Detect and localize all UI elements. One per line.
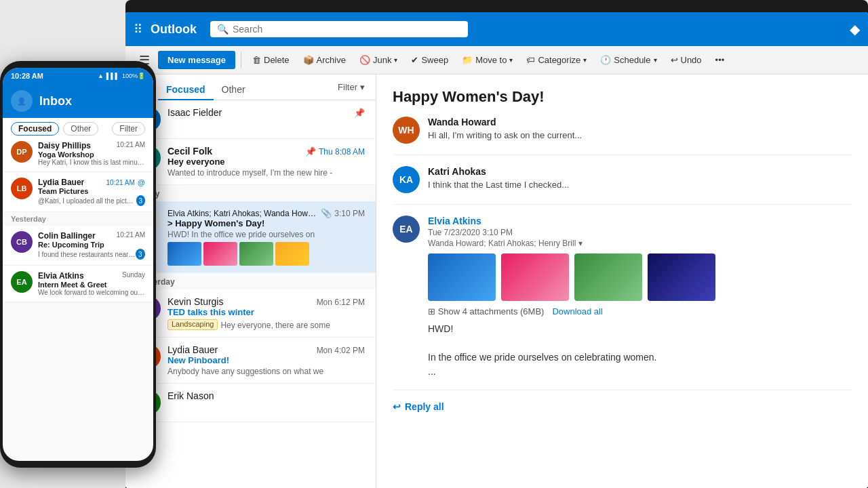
attachment-thumb-3 xyxy=(574,253,642,301)
phone-tab-focused[interactable]: Focused xyxy=(11,122,59,136)
schedule-button[interactable]: 🕐 Schedule ▾ xyxy=(595,52,662,68)
email-item-cecil[interactable]: CF Cecil Folk 📌 Thu 8:08 AM Hey everyone… xyxy=(125,139,376,185)
detail-date-elvia: Tue 7/23/2020 3:10 PM xyxy=(428,228,852,237)
phone-sender-lydia: Lydia Bauer xyxy=(38,178,84,187)
email-item-elvia[interactable]: EA Elvia Atkins; Katri Ahokas; Wanda How… xyxy=(125,201,376,273)
phone-email-daisy[interactable]: DP Daisy Phillips 10:21 AM Yoga Workshop… xyxy=(3,136,153,172)
categorize-button[interactable]: 🏷 Categorize ▾ xyxy=(521,52,592,68)
laptop-frame: ⠿ Outlook 🔍 ◆ ☰ New message 🗑 Delete 📦 A… xyxy=(125,0,868,488)
phone-avatar-lydia: LB xyxy=(11,178,33,199)
detail-name-katri: Katri Ahokas xyxy=(428,166,852,177)
email-subject-cecil: Hey everyone xyxy=(167,157,365,167)
phone-content-elvia: Elvia Atkins Sunday Intern Meet & Greet … xyxy=(38,271,145,296)
phone-content-colin: Colin Ballinger 10:21 AM Re: Upcoming Tr… xyxy=(38,231,145,260)
detail-body: HWD! In the office we pride ourselves on… xyxy=(428,322,852,379)
signal-icon: ▌▌▌ xyxy=(106,73,119,79)
delete-icon: 🗑 xyxy=(252,55,261,65)
laptop-screen: ⠿ Outlook 🔍 ◆ ☰ New message 🗑 Delete 📦 A… xyxy=(125,12,868,488)
search-bar[interactable]: 🔍 xyxy=(210,21,468,37)
thread-item-katri: KA Katri Ahokas I think that the Last ti… xyxy=(393,166,852,205)
diamond-icon[interactable]: ◆ xyxy=(850,21,860,37)
sweep-button[interactable]: ✔ Sweep xyxy=(406,52,454,68)
email-sender-erik: Erik Nason xyxy=(167,390,214,401)
archive-button[interactable]: 📦 Archive xyxy=(298,52,351,68)
junk-button[interactable]: 🚫 Junk ▾ xyxy=(354,52,403,68)
email-content-elvia: Elvia Atkins; Katri Ahokas; Wanda Howard… xyxy=(167,208,365,266)
show-attachments-label[interactable]: ⊞ Show 4 attachments (6MB) xyxy=(428,306,544,317)
phone-badge-colin: 3 xyxy=(136,249,146,260)
phone-content-lydia: Lydia Bauer 10:21 AM @ Team Pictures @Ka… xyxy=(38,178,145,206)
reply-all-button[interactable]: ↩ Reply all xyxy=(393,401,852,412)
schedule-icon: 🕐 xyxy=(600,55,611,65)
detail-preview-katri: I think that the Last time I checked... xyxy=(428,180,852,190)
tab-other[interactable]: Other xyxy=(214,80,254,100)
email-preview-lydia-b: Anybody have any suggestions on what we xyxy=(167,367,365,376)
archive-icon: 📦 xyxy=(303,55,314,65)
app-title: Outlook xyxy=(151,22,197,37)
detail-avatar-elvia: EA xyxy=(393,216,420,243)
email-item-lydia-b[interactable]: LB Lydia Bauer Mon 4:02 PM New Pinboard!… xyxy=(125,338,376,384)
phone-time-elvia-phone: Sunday xyxy=(122,271,145,281)
email-item-isaac[interactable]: IF Isaac Fielder 📌 xyxy=(125,100,376,139)
email-preview-elvia: HWD! In the office we pride ourselves on xyxy=(167,230,365,239)
phone-subject-colin: Re: Upcoming Trip xyxy=(38,241,145,249)
body-line1: HWD! xyxy=(428,322,852,336)
wifi-icon: ▲ xyxy=(98,73,104,79)
detail-avatar-katri: KA xyxy=(393,166,420,193)
phone-email-lydia[interactable]: LB Lydia Bauer 10:21 AM @ Team Pictures … xyxy=(3,172,153,212)
new-message-button[interactable]: New message xyxy=(158,51,235,69)
more-button[interactable]: ••• xyxy=(710,52,730,68)
filter-button[interactable]: Filter ▾ xyxy=(338,82,365,98)
undo-button[interactable]: ↩ Undo xyxy=(665,52,707,68)
phone-subject-daisy: Yoga Workshop xyxy=(38,150,145,159)
delete-button[interactable]: 🗑 Delete xyxy=(247,52,295,68)
phone-at-icon-lydia: @ xyxy=(138,178,145,186)
move-to-button[interactable]: 📁 Move to ▾ xyxy=(456,52,518,68)
pin-icon-isaac: 📌 xyxy=(354,108,365,118)
email-sender-cecil: Cecil Folk xyxy=(167,146,212,157)
phone-sender-colin: Colin Ballinger xyxy=(38,231,96,241)
phone-frame: 10:28 AM ▲ ▌▌▌ 100%🔋 👤 Inbox Focused Oth… xyxy=(0,61,156,468)
phone-sender-daisy: Daisy Phillips xyxy=(38,141,91,150)
phone-preview-lydia: @Katri, I uploaded all the pictures fro.… xyxy=(38,197,136,205)
toolbar-separator xyxy=(241,52,241,68)
phone-filter-button[interactable]: Filter xyxy=(112,122,145,136)
phone-screen: 10:28 AM ▲ ▌▌▌ 100%🔋 👤 Inbox Focused Oth… xyxy=(3,68,153,461)
detail-info-elvia: Elvia Atkins Tue 7/23/2020 3:10 PM Wanda… xyxy=(428,216,852,379)
inbox-tabs: Focused Other Filter ▾ xyxy=(125,75,376,100)
phone-sender-elvia-phone: Elvia Atkins xyxy=(38,271,84,281)
phone-email-elvia[interactable]: EA Elvia Atkins Sunday Intern Meet & Gre… xyxy=(3,266,153,302)
attachment-icon-elvia: 📎 xyxy=(321,208,332,218)
phone-email-colin[interactable]: CB Colin Ballinger 10:21 AM Re: Upcoming… xyxy=(3,226,153,266)
email-time-lydia-b: Mon 4:02 PM xyxy=(317,346,365,355)
phone-time: 10:28 AM xyxy=(11,72,43,80)
phone-tab-other[interactable]: Other xyxy=(63,122,98,136)
expand-recipients-icon[interactable]: ▾ xyxy=(578,239,583,248)
phone-user-avatar[interactable]: 👤 xyxy=(11,90,33,112)
tab-focused[interactable]: Focused xyxy=(158,80,214,100)
phone-inbox-title: Inbox xyxy=(39,94,72,108)
main-layout: Focused Other Filter ▾ IF Isaac Fielder xyxy=(125,75,868,488)
categorize-icon: 🏷 xyxy=(526,55,535,65)
tag-landscaping: Landscaping xyxy=(167,319,218,330)
email-sender-lydia-b: Lydia Bauer xyxy=(167,344,218,355)
download-all-link[interactable]: Download all xyxy=(552,306,602,317)
thumb-2 xyxy=(203,242,237,266)
section-yesterday: Yesterday xyxy=(125,273,376,289)
sweep-icon: ✔ xyxy=(411,55,418,65)
thread-item-elvia-main: EA Elvia Atkins Tue 7/23/2020 3:10 PM Wa… xyxy=(393,216,852,390)
email-item-erik[interactable]: EN Erik Nason xyxy=(125,384,376,422)
email-preview-cecil: Wanted to introduce myself, I'm the new … xyxy=(167,168,365,178)
email-thumbs-elvia xyxy=(167,242,365,266)
search-icon: 🔍 xyxy=(217,24,229,35)
grid-icon[interactable]: ⠿ xyxy=(134,22,142,37)
detail-info-katri: Katri Ahokas I think that the Last time … xyxy=(428,166,852,193)
email-tags-kevin: Landscaping Hey everyone, there are some xyxy=(167,319,365,330)
attachment-thumb-4 xyxy=(648,253,715,301)
thumb-4 xyxy=(275,242,309,266)
search-input[interactable] xyxy=(233,24,461,35)
phone-subject-elvia-phone: Intern Meet & Greet xyxy=(38,281,145,289)
thumb-1 xyxy=(167,242,201,266)
email-sender-elvia: Elvia Atkins; Katri Ahokas; Wanda Howard xyxy=(167,209,318,218)
email-item-kevin[interactable]: KS Kevin Sturgis Mon 6:12 PM TED talks t… xyxy=(125,289,376,338)
